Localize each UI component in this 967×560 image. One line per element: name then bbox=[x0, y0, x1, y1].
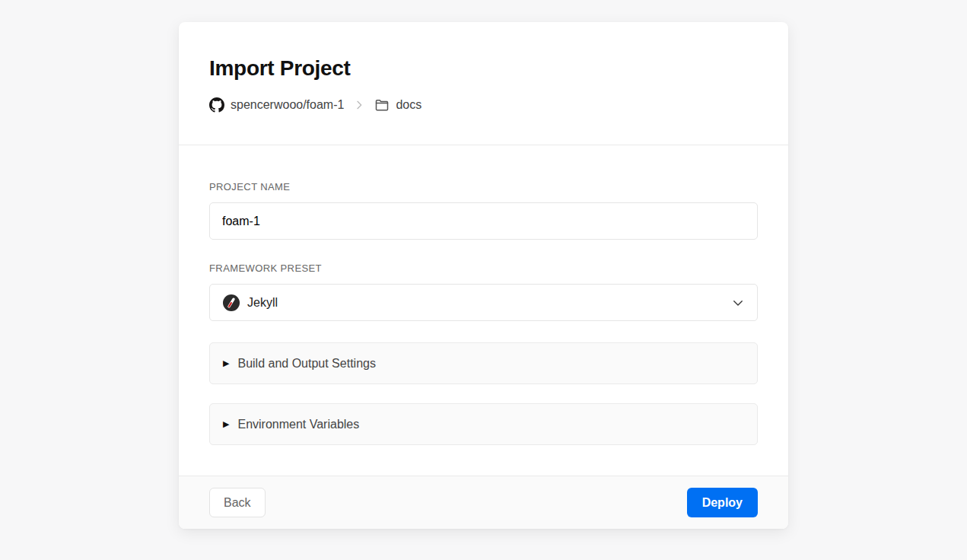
framework-preset-value: Jekyll bbox=[247, 296, 731, 310]
framework-preset-label: FRAMEWORK PRESET bbox=[209, 262, 758, 274]
project-name-input[interactable] bbox=[209, 202, 758, 240]
chevron-down-icon bbox=[731, 296, 745, 310]
jekyll-logo-icon bbox=[222, 294, 240, 312]
chevron-right-icon bbox=[353, 99, 365, 111]
breadcrumb-directory[interactable]: docs bbox=[396, 98, 421, 112]
accordion-build-output-settings[interactable]: ▶ Build and Output Settings bbox=[209, 342, 758, 384]
framework-preset-select[interactable]: Jekyll bbox=[209, 284, 758, 321]
card-header: Import Project spencerwooo/foam-1 docs bbox=[179, 22, 788, 145]
import-project-card: Import Project spencerwooo/foam-1 docs bbox=[179, 22, 788, 529]
accordion-label: Environment Variables bbox=[237, 418, 359, 431]
accordion-label: Build and Output Settings bbox=[237, 357, 375, 371]
card-body: PROJECT NAME FRAMEWORK PRESET Jekyll bbox=[179, 145, 788, 476]
back-button[interactable]: Back bbox=[209, 488, 266, 517]
accordion-environment-variables[interactable]: ▶ Environment Variables bbox=[209, 403, 758, 445]
github-icon bbox=[209, 97, 224, 113]
triangle-right-icon: ▶ bbox=[223, 359, 229, 368]
deploy-button[interactable]: Deploy bbox=[687, 488, 758, 517]
card-footer: Back Deploy bbox=[179, 476, 788, 529]
triangle-right-icon: ▶ bbox=[223, 420, 229, 428]
project-name-label: PROJECT NAME bbox=[209, 181, 758, 192]
folder-icon bbox=[374, 97, 390, 113]
breadcrumb: spencerwooo/foam-1 docs bbox=[209, 97, 758, 145]
breadcrumb-repo[interactable]: spencerwooo/foam-1 bbox=[231, 98, 344, 112]
page-title: Import Project bbox=[209, 56, 758, 81]
